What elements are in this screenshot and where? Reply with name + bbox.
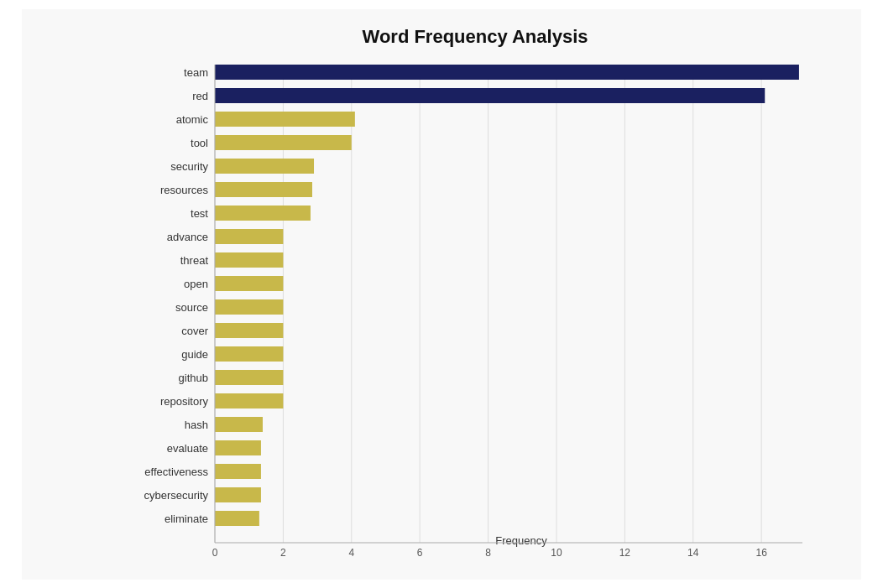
svg-rect-22 bbox=[215, 206, 311, 221]
svg-rect-14 bbox=[215, 112, 355, 127]
chart-container: Word Frequency Analysis teamredatomictoo… bbox=[22, 9, 861, 580]
svg-rect-20 bbox=[215, 182, 312, 197]
svg-rect-16 bbox=[215, 135, 352, 150]
svg-text:test: test bbox=[191, 207, 208, 220]
svg-rect-40 bbox=[215, 417, 263, 432]
svg-text:6: 6 bbox=[417, 547, 423, 559]
svg-text:16: 16 bbox=[755, 547, 767, 559]
svg-rect-42 bbox=[215, 440, 261, 455]
svg-rect-30 bbox=[215, 299, 283, 315]
svg-rect-26 bbox=[215, 252, 283, 268]
svg-text:4: 4 bbox=[348, 547, 354, 559]
svg-rect-44 bbox=[215, 464, 261, 479]
svg-text:10: 10 bbox=[551, 547, 562, 559]
svg-text:8: 8 bbox=[485, 547, 491, 559]
svg-rect-12 bbox=[215, 88, 765, 103]
svg-text:source: source bbox=[175, 301, 208, 314]
svg-text:cover: cover bbox=[181, 325, 208, 337]
svg-text:security: security bbox=[170, 160, 208, 173]
svg-text:open: open bbox=[184, 278, 208, 290]
svg-text:eliminate: eliminate bbox=[165, 513, 208, 525]
svg-rect-18 bbox=[215, 159, 314, 174]
svg-text:tool: tool bbox=[191, 137, 208, 149]
svg-text:guide: guide bbox=[181, 348, 208, 361]
svg-rect-24 bbox=[215, 229, 283, 244]
svg-text:red: red bbox=[192, 90, 208, 102]
svg-rect-48 bbox=[215, 511, 259, 526]
svg-text:2: 2 bbox=[280, 547, 286, 559]
svg-text:evaluate: evaluate bbox=[167, 442, 208, 455]
svg-text:0: 0 bbox=[212, 547, 218, 559]
svg-text:14: 14 bbox=[687, 547, 699, 559]
svg-rect-32 bbox=[215, 323, 283, 338]
svg-rect-10 bbox=[215, 65, 799, 80]
chart-title: Word Frequency Analysis bbox=[123, 26, 828, 48]
svg-text:team: team bbox=[184, 66, 208, 79]
svg-text:github: github bbox=[179, 372, 208, 384]
svg-text:resources: resources bbox=[160, 184, 209, 196]
svg-text:12: 12 bbox=[619, 547, 631, 559]
svg-text:hash: hash bbox=[185, 419, 208, 431]
svg-text:atomic: atomic bbox=[176, 113, 209, 126]
svg-rect-38 bbox=[215, 393, 283, 408]
svg-text:cybersecurity: cybersecurity bbox=[144, 489, 208, 502]
svg-rect-34 bbox=[215, 346, 283, 362]
svg-rect-46 bbox=[215, 487, 261, 502]
svg-rect-28 bbox=[215, 276, 283, 291]
svg-rect-36 bbox=[215, 370, 283, 385]
svg-text:threat: threat bbox=[180, 254, 209, 267]
svg-text:repository: repository bbox=[160, 395, 209, 408]
svg-text:effectiveness: effectiveness bbox=[144, 466, 208, 478]
svg-text:advance: advance bbox=[167, 231, 208, 243]
